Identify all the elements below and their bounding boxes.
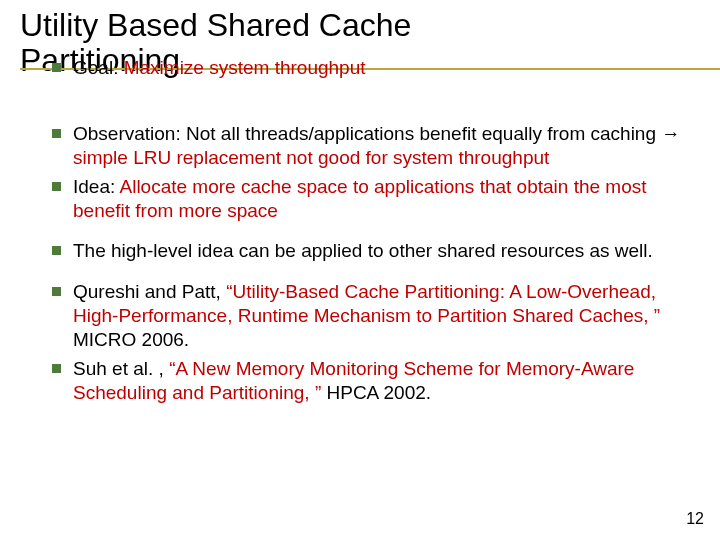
- text-highlight: Maximize system throughput: [124, 57, 366, 78]
- text-highlight: Allocate more cache space to application…: [73, 176, 647, 221]
- bullet-group: The high-level idea can be applied to ot…: [52, 239, 690, 263]
- bullet-goal: Goal: Maximize system throughput: [52, 56, 366, 80]
- slide-body: Observation: Not all threads/application…: [20, 122, 700, 405]
- bullet-observation: Observation: Not all threads/application…: [52, 122, 690, 171]
- text-plain: MICRO 2006.: [73, 329, 189, 350]
- bullet-high-level: The high-level idea can be applied to ot…: [52, 239, 690, 263]
- bullet-icon: [52, 287, 61, 296]
- text-plain: Idea:: [73, 176, 120, 197]
- text-plain: Qureshi and Patt,: [73, 281, 226, 302]
- bullet-text: Qureshi and Patt, “Utility-Based Cache P…: [73, 280, 690, 353]
- bullet-ref-suh: Suh et al. , “A New Memory Monitoring Sc…: [52, 357, 690, 406]
- page-number: 12: [686, 510, 704, 528]
- bullet-icon: [52, 182, 61, 191]
- text-plain: HPCA 2002.: [321, 382, 431, 403]
- slide: Utility Based Shared Cache Partitioning …: [0, 0, 720, 540]
- bullet-group: Observation: Not all threads/application…: [52, 122, 690, 223]
- bullet-idea: Idea: Allocate more cache space to appli…: [52, 175, 690, 224]
- text-plain: Goal:: [73, 57, 124, 78]
- bullet-icon: [52, 246, 61, 255]
- bullet-icon: [52, 364, 61, 373]
- bullet-icon: [52, 63, 61, 72]
- title-block: Utility Based Shared Cache Partitioning …: [20, 8, 700, 102]
- bullet-text: Idea: Allocate more cache space to appli…: [73, 175, 690, 224]
- bullet-group: Qureshi and Patt, “Utility-Based Cache P…: [52, 280, 690, 406]
- bullet-text: Goal: Maximize system throughput: [73, 56, 366, 80]
- text-plain: The high-level idea can be applied to ot…: [73, 240, 653, 261]
- bullet-text: Suh et al. , “A New Memory Monitoring Sc…: [73, 357, 690, 406]
- text-highlight: simple LRU replacement not good for syst…: [73, 147, 549, 168]
- text-plain: Suh et al. ,: [73, 358, 169, 379]
- bullet-text: Observation: Not all threads/application…: [73, 122, 690, 171]
- bullet-ref-qureshi: Qureshi and Patt, “Utility-Based Cache P…: [52, 280, 690, 353]
- bullet-text: The high-level idea can be applied to ot…: [73, 239, 653, 263]
- bullet-icon: [52, 129, 61, 138]
- title-line-1: Utility Based Shared Cache: [20, 8, 700, 43]
- text-plain: Observation: Not all threads/application…: [73, 123, 680, 144]
